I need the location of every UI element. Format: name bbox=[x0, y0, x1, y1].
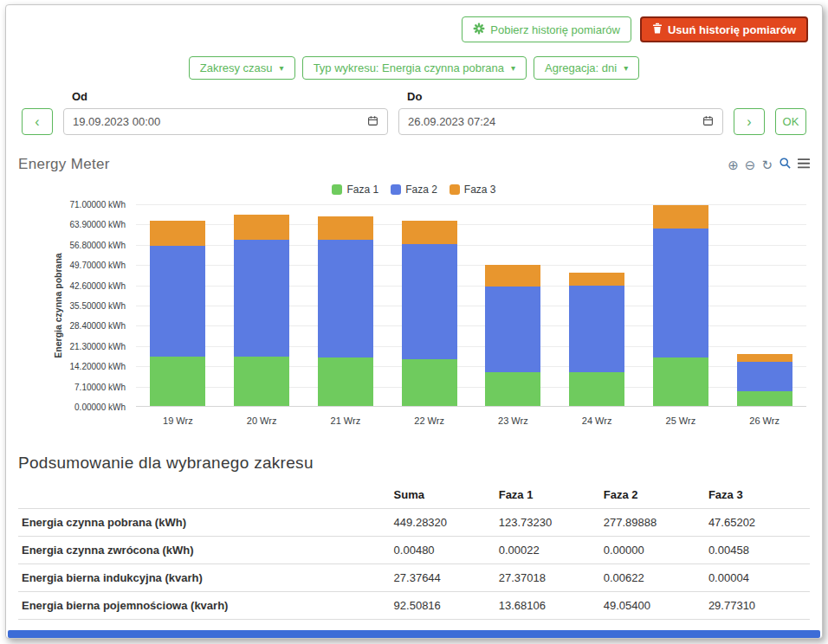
summary-title: Podsumowanie dla wybranego zakresu bbox=[6, 454, 822, 473]
summary-cell: 0.00480 bbox=[391, 537, 495, 564]
summary-cell: 29.77310 bbox=[705, 592, 810, 620]
chevron-down-icon: ▾ bbox=[280, 63, 284, 73]
summary-cell: 13.68106 bbox=[495, 592, 600, 620]
summary-body: Energia czynna pobrana (kWh)449.28320123… bbox=[18, 509, 810, 620]
download-history-label: Pobierz historię pomiarów bbox=[490, 23, 620, 36]
summary-head-spacer bbox=[18, 481, 391, 509]
date-to-label: Do bbox=[407, 90, 723, 103]
summary-table: SumaFaza 1Faza 2Faza 3 Energia czynna po… bbox=[18, 481, 810, 620]
summary-cell: 0.00622 bbox=[600, 564, 705, 592]
x-tick-label: 23 Wrz bbox=[471, 415, 555, 426]
summary-cell: 49.05400 bbox=[600, 592, 705, 620]
zoom-in-icon[interactable]: ⊕ bbox=[728, 158, 739, 171]
y-tick-label: 28.40000 kWh bbox=[6, 321, 126, 331]
bar-25-wrz[interactable] bbox=[653, 205, 708, 406]
y-tick-label: 0.00000 kWh bbox=[6, 402, 126, 412]
legend-item[interactable]: Faza 1 bbox=[332, 184, 378, 196]
y-tick-label: 56.80000 kWh bbox=[6, 241, 126, 250]
x-tick-label: 24 Wrz bbox=[555, 415, 639, 426]
y-tick-label: 21.30000 kWh bbox=[6, 342, 126, 351]
date-from-label: Od bbox=[72, 90, 388, 103]
calendar-icon[interactable] bbox=[702, 114, 714, 130]
zoom-out-icon[interactable]: ⊖ bbox=[745, 158, 756, 171]
selection-zoom-icon[interactable] bbox=[779, 157, 792, 173]
reset-zoom-icon[interactable]: ↻ bbox=[761, 158, 773, 171]
summary-cell: 0.00022 bbox=[495, 537, 600, 564]
bar-24-wrz[interactable] bbox=[569, 273, 624, 406]
bar-19-wrz[interactable] bbox=[150, 221, 205, 406]
menu-icon[interactable] bbox=[798, 157, 810, 172]
bar-20-wrz[interactable] bbox=[234, 215, 289, 406]
bar-slot bbox=[471, 204, 555, 406]
date-to-input[interactable] bbox=[408, 115, 702, 128]
summary-column-header: Faza 3 bbox=[705, 481, 810, 509]
x-tick-label: 19 Wrz bbox=[136, 415, 220, 426]
aggregation-dropdown[interactable]: Agregacja: dni ▾ bbox=[534, 56, 639, 80]
legend-item[interactable]: Faza 3 bbox=[450, 184, 496, 196]
x-tick-label: 26 Wrz bbox=[722, 415, 806, 426]
bar-segment-faza-2 bbox=[485, 287, 540, 372]
summary-column-header: Faza 1 bbox=[495, 481, 600, 509]
bar-segment-faza-1 bbox=[653, 357, 708, 406]
x-tick-label: 25 Wrz bbox=[639, 415, 723, 426]
aggregation-label: Agregacja: dni bbox=[545, 61, 617, 74]
summary-column-header: Faza 2 bbox=[600, 481, 705, 509]
delete-history-button[interactable]: Usuń historię pomiarów bbox=[640, 16, 808, 42]
bar-segment-faza-1 bbox=[402, 359, 457, 406]
bar-21-wrz[interactable] bbox=[318, 216, 373, 406]
chart-type-label: Typ wykresu: Energia czynna pobrana bbox=[314, 61, 504, 74]
y-tick-label: 35.50000 kWh bbox=[6, 301, 126, 311]
bar-segment-faza-1 bbox=[569, 372, 624, 406]
summary-cell: 0.00004 bbox=[705, 564, 810, 592]
bar-slot bbox=[639, 204, 723, 406]
summary-row-label: Energia czynna pobrana (kWh) bbox=[18, 509, 391, 537]
bar-slot bbox=[304, 204, 388, 406]
table-row: Energia czynna zwrócona (kWh)0.004800.00… bbox=[18, 537, 810, 564]
gear-icon bbox=[473, 23, 485, 37]
ok-button[interactable]: OK bbox=[775, 108, 806, 135]
date-from-wrap bbox=[63, 108, 388, 135]
bar-22-wrz[interactable] bbox=[402, 221, 457, 406]
summary-row-label: Energia czynna zwrócona (kWh) bbox=[18, 537, 391, 564]
prev-range-button[interactable]: ‹ bbox=[22, 108, 53, 135]
bar-23-wrz[interactable] bbox=[485, 265, 540, 406]
date-from-group: Od bbox=[63, 90, 388, 135]
date-from-input[interactable] bbox=[73, 115, 367, 128]
calendar-icon[interactable] bbox=[367, 114, 378, 130]
table-row: Energia czynna pobrana (kWh)449.28320123… bbox=[18, 509, 810, 537]
bar-segment-faza-3 bbox=[150, 221, 205, 247]
summary-cell: 0.00000 bbox=[600, 537, 705, 564]
bar-segment-faza-1 bbox=[318, 357, 373, 406]
delete-history-label: Usuń historię pomiarów bbox=[668, 23, 796, 36]
download-history-button[interactable]: Pobierz historię pomiarów bbox=[462, 16, 631, 42]
bar-segment-faza-3 bbox=[485, 265, 540, 287]
bar-segment-faza-2 bbox=[402, 244, 457, 359]
bar-slot bbox=[387, 204, 471, 406]
legend-label: Faza 1 bbox=[346, 184, 378, 196]
filter-bar: Zakresy czasu ▾ Typ wykresu: Energia czy… bbox=[6, 56, 822, 80]
bar-slot bbox=[555, 204, 639, 406]
bar-segment-faza-1 bbox=[737, 391, 792, 406]
x-tick-label: 22 Wrz bbox=[387, 415, 471, 426]
time-ranges-dropdown[interactable]: Zakresy czasu ▾ bbox=[189, 56, 295, 80]
trash-icon bbox=[652, 23, 663, 36]
bar-segment-faza-1 bbox=[234, 357, 289, 406]
summary-cell: 27.37018 bbox=[495, 564, 600, 592]
bar-segment-faza-2 bbox=[150, 246, 205, 357]
chart-type-dropdown[interactable]: Typ wykresu: Energia czynna pobrana ▾ bbox=[302, 56, 527, 80]
y-tick-label: 14.20000 kWh bbox=[6, 362, 126, 371]
next-range-button[interactable]: › bbox=[734, 108, 765, 135]
x-tick-label: 21 Wrz bbox=[304, 415, 388, 426]
legend-item[interactable]: Faza 2 bbox=[391, 184, 437, 196]
y-tick-label: 63.90000 kWh bbox=[6, 220, 126, 229]
bar-segment-faza-1 bbox=[150, 357, 205, 406]
summary-cell: 449.28320 bbox=[391, 509, 495, 537]
footer-bar bbox=[8, 630, 820, 638]
y-tick-label: 7.10000 kWh bbox=[6, 383, 126, 392]
summary-cell: 47.65202 bbox=[705, 509, 810, 537]
x-axis-labels: 19 Wrz20 Wrz21 Wrz22 Wrz23 Wrz24 Wrz25 W… bbox=[136, 415, 806, 426]
bar-segment-faza-2 bbox=[737, 362, 792, 391]
summary-head-row: SumaFaza 1Faza 2Faza 3 bbox=[18, 481, 810, 509]
date-to-group: Do bbox=[398, 90, 723, 135]
bar-26-wrz[interactable] bbox=[737, 354, 792, 406]
